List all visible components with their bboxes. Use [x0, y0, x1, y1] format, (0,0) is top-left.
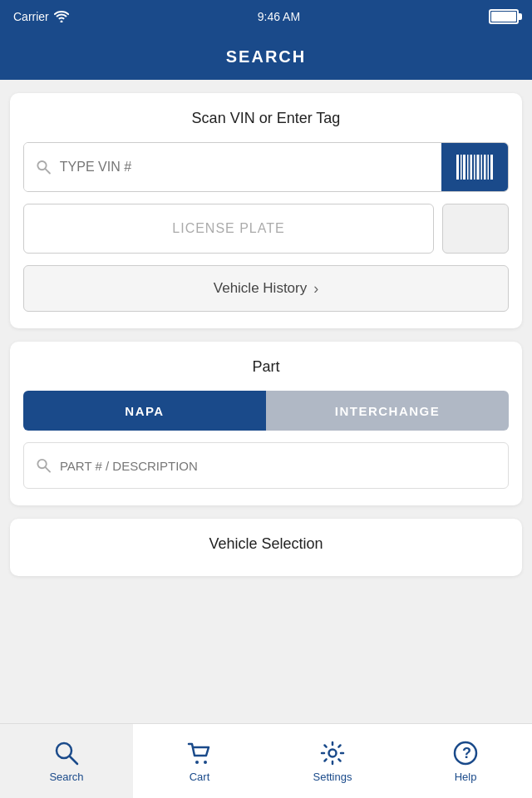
settings-tab-icon: [318, 739, 347, 767]
wifi-icon: [54, 11, 69, 22]
cart-tab-icon: [185, 739, 214, 767]
svg-point-17: [195, 761, 199, 764]
vin-input-row: [23, 142, 509, 192]
help-tab-label: Help: [455, 771, 477, 783]
vehicle-selection-card: Vehicle Selection: [10, 519, 522, 576]
part-input-wrapper[interactable]: [23, 442, 509, 489]
tab-bar-cart[interactable]: Cart: [133, 724, 266, 798]
tab-interchange-label: INTERCHANGE: [335, 404, 441, 418]
license-plate-row: LICENSE PLATE: [23, 204, 509, 254]
part-input[interactable]: [60, 459, 496, 473]
tab-bar-settings[interactable]: Settings: [266, 724, 399, 798]
vin-input[interactable]: [60, 160, 430, 175]
barcode-icon: [455, 153, 495, 181]
tab-napa[interactable]: NAPA: [23, 391, 266, 431]
search-icon: [36, 159, 52, 175]
tab-bar-search[interactable]: Search: [0, 724, 133, 798]
license-plate-input[interactable]: LICENSE PLATE: [23, 204, 434, 254]
barcode-scan-button[interactable]: [441, 143, 508, 191]
svg-rect-11: [488, 155, 490, 180]
main-content: Scan VIN or Enter Tag: [0, 80, 532, 723]
tab-bar: Search Cart Settings ? Help: [0, 723, 532, 798]
search-icon-part: [36, 457, 52, 474]
svg-point-19: [329, 750, 337, 757]
tab-bar-help[interactable]: ? Help: [399, 724, 532, 798]
svg-rect-10: [484, 155, 486, 180]
svg-rect-8: [477, 155, 480, 180]
tab-napa-label: NAPA: [125, 404, 164, 418]
carrier-text: Carrier: [13, 10, 49, 23]
vehicle-history-label: Vehicle History: [214, 280, 307, 297]
help-tab-icon: ?: [451, 739, 480, 767]
chevron-right-icon: ›: [313, 280, 318, 298]
svg-line-1: [46, 169, 50, 173]
svg-rect-3: [461, 155, 462, 180]
part-card: Part NAPA INTERCHANGE: [10, 342, 522, 505]
svg-rect-5: [467, 155, 469, 180]
svg-rect-7: [474, 155, 475, 180]
search-tab-icon: [52, 739, 81, 767]
svg-rect-9: [481, 155, 483, 180]
svg-line-16: [70, 756, 77, 764]
license-plate-placeholder: LICENSE PLATE: [172, 221, 284, 236]
search-tab-label: Search: [49, 771, 83, 783]
cart-tab-label: Cart: [190, 771, 210, 783]
vehicle-history-button[interactable]: Vehicle History ›: [23, 265, 509, 312]
svg-rect-6: [470, 155, 473, 180]
vin-section-title: Scan VIN or Enter Tag: [23, 110, 509, 127]
time-display: 9:46 AM: [258, 10, 300, 23]
carrier-wifi: Carrier: [13, 10, 69, 23]
part-tab-row: NAPA INTERCHANGE: [23, 391, 509, 431]
app-header: SEARCH: [0, 33, 532, 80]
svg-line-14: [46, 467, 50, 471]
svg-point-18: [204, 761, 207, 764]
part-section-title: Part: [23, 358, 509, 376]
state-selector[interactable]: [442, 204, 509, 254]
vehicle-selection-title: Vehicle Selection: [23, 535, 509, 553]
svg-rect-4: [463, 155, 466, 180]
page-title: SEARCH: [226, 47, 306, 66]
vin-input-wrapper[interactable]: [24, 143, 441, 191]
svg-rect-2: [456, 155, 459, 180]
svg-rect-12: [490, 155, 493, 180]
settings-tab-label: Settings: [313, 771, 352, 783]
tab-interchange[interactable]: INTERCHANGE: [266, 391, 509, 431]
battery-icon: [489, 9, 519, 24]
status-bar: Carrier 9:46 AM: [0, 0, 532, 33]
svg-text:?: ?: [462, 745, 471, 761]
vin-card: Scan VIN or Enter Tag: [10, 93, 522, 328]
